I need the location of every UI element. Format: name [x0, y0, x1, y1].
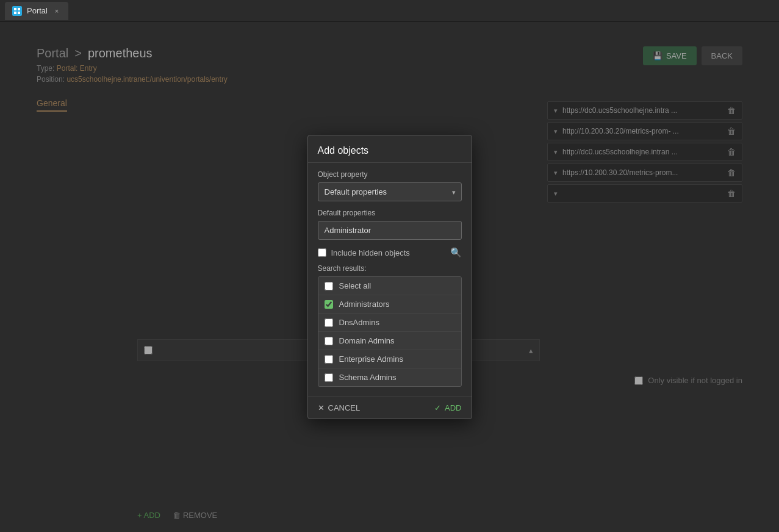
- modal-header: Add objects: [308, 135, 472, 163]
- add-modal-label: ADD: [445, 403, 461, 412]
- tab-icon: [12, 6, 22, 16]
- schema-admins-checkbox[interactable]: [325, 373, 333, 382]
- svg-rect-3: [18, 12, 20, 14]
- administrators-label: Administrators: [339, 300, 390, 309]
- administrators-checkbox[interactable]: [325, 300, 333, 309]
- object-property-label: Object property: [318, 170, 462, 179]
- search-input[interactable]: [318, 221, 462, 240]
- dnsadmins-checkbox[interactable]: [325, 318, 333, 327]
- add-check-icon: ✓: [434, 403, 441, 412]
- main-content: Portal > prometheus Type: Portal: Entry …: [0, 22, 779, 532]
- result-item-dnsadmins[interactable]: DnsAdmins: [318, 314, 461, 332]
- result-item-domain-admins[interactable]: Domain Admins: [318, 332, 461, 350]
- result-item-schema-admins[interactable]: Schema Admins: [318, 368, 461, 386]
- results-list: Select all Administrators DnsAdmins: [318, 276, 462, 387]
- modal-overlay: Add objects Object property Default prop…: [0, 22, 779, 532]
- enterprise-admins-checkbox[interactable]: [325, 355, 333, 364]
- domain-admins-label: Domain Admins: [339, 336, 395, 345]
- svg-rect-1: [18, 8, 20, 10]
- include-hidden-checkbox[interactable]: [318, 248, 326, 257]
- portal-tab[interactable]: Portal ×: [5, 2, 68, 20]
- include-hidden-label: Include hidden objects: [331, 248, 445, 257]
- search-results-label: Search results:: [318, 264, 462, 273]
- schema-admins-label: Schema Admins: [339, 373, 397, 382]
- svg-rect-0: [14, 8, 16, 10]
- modal-title: Add objects: [318, 145, 369, 156]
- tab-close-button[interactable]: ×: [52, 7, 61, 15]
- modal-body: Object property Default properties CN DN…: [308, 163, 472, 397]
- tab-label: Portal: [27, 6, 48, 15]
- cancel-button[interactable]: ✕ CANCEL: [318, 403, 361, 412]
- add-modal-button[interactable]: ✓ ADD: [434, 403, 461, 412]
- object-property-select-wrapper: Default properties CN DN UID ▾: [318, 182, 462, 201]
- search-button[interactable]: 🔍: [450, 247, 462, 258]
- result-item-enterprise-admins[interactable]: Enterprise Admins: [318, 350, 461, 368]
- include-hidden-row: Include hidden objects 🔍: [318, 247, 462, 258]
- modal-footer: ✕ CANCEL ✓ ADD: [308, 397, 472, 419]
- select-all-checkbox[interactable]: [325, 282, 333, 290]
- result-item-administrators[interactable]: Administrators: [318, 295, 461, 314]
- enterprise-admins-label: Enterprise Admins: [339, 354, 404, 364]
- domain-admins-checkbox[interactable]: [325, 337, 333, 345]
- object-property-select[interactable]: Default properties CN DN UID: [318, 182, 462, 201]
- dnsadmins-label: DnsAdmins: [339, 318, 379, 327]
- tab-bar: Portal ×: [0, 0, 779, 22]
- select-all-label: Select all: [339, 281, 372, 290]
- cancel-label: CANCEL: [328, 403, 361, 412]
- add-objects-modal: Add objects Object property Default prop…: [307, 135, 472, 419]
- svg-rect-2: [14, 12, 16, 14]
- select-all-row[interactable]: Select all: [318, 277, 461, 295]
- cancel-x-icon: ✕: [318, 403, 325, 412]
- default-properties-label: Default properties: [318, 209, 462, 217]
